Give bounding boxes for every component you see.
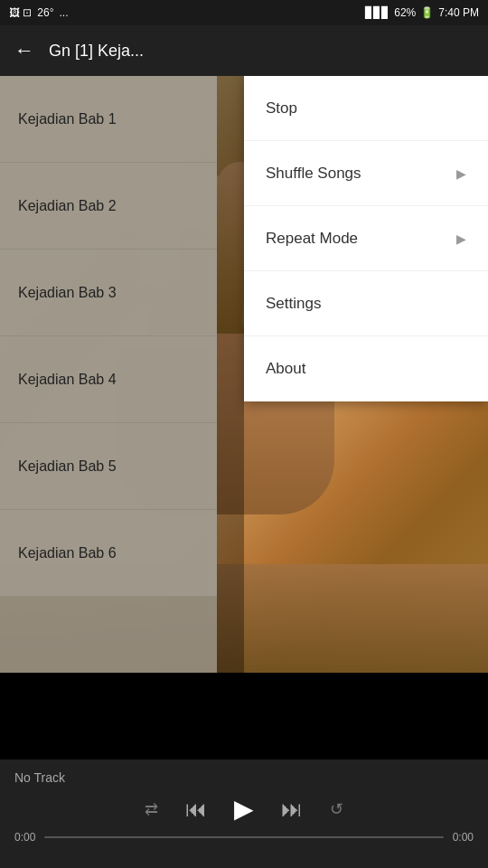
menu-about-label: About — [266, 360, 305, 378]
progress-row: 0:00 0:00 — [0, 827, 488, 844]
status-temperature: 26° — [37, 6, 53, 19]
content-area: Kejadian Bab 1 Kejadian Bab 2 Kejadian B… — [0, 76, 488, 673]
status-right: ▊▊▊ 62% 🔋 7:40 PM — [365, 6, 479, 19]
menu-item-stop[interactable]: Stop — [244, 76, 488, 141]
menu-stop-label: Stop — [266, 99, 297, 118]
menu-item-repeat[interactable]: Repeat Mode ▶ — [244, 206, 488, 271]
signal-icon: ▊▊▊ — [365, 6, 389, 19]
chevron-right-icon: ▶ — [456, 166, 466, 181]
play-button[interactable]: ▶ — [234, 794, 254, 824]
dim-overlay — [0, 76, 244, 673]
status-ellipsis: ... — [60, 6, 69, 19]
status-left: 🖼 ⊡ 26° ... — [9, 6, 69, 19]
menu-item-about[interactable]: About — [244, 336, 488, 401]
menu-repeat-label: Repeat Mode — [266, 230, 358, 248]
toolbar: ← Gn [1] Keja... — [0, 25, 488, 76]
dropdown-menu: Stop Shuffle Songs ▶ Repeat Mode ▶ Setti… — [244, 76, 488, 401]
repeat-button[interactable]: ↺ — [330, 799, 343, 819]
status-icons: 🖼 ⊡ — [9, 6, 32, 19]
page-title: Gn [1] Keja... — [49, 42, 474, 61]
menu-settings-label: Settings — [266, 295, 321, 313]
menu-item-shuffle[interactable]: Shuffle Songs ▶ — [244, 141, 488, 206]
chevron-right-icon: ▶ — [456, 231, 466, 246]
track-name: No Track — [0, 760, 488, 790]
menu-shuffle-label: Shuffle Songs — [266, 165, 361, 183]
back-button[interactable]: ← — [14, 39, 34, 62]
bottom-player: No Track ⇄ ⏮ ▶ ⏭ ↺ 0:00 0:00 — [0, 760, 488, 868]
shuffle-button[interactable]: ⇄ — [145, 799, 158, 819]
time-start: 0:00 — [14, 831, 35, 844]
next-button[interactable]: ⏭ — [281, 797, 303, 822]
prev-button[interactable]: ⏮ — [185, 797, 207, 822]
battery-text: 62% — [394, 6, 416, 19]
player-controls: ⇄ ⏮ ▶ ⏭ ↺ — [0, 790, 488, 827]
status-bar: 🖼 ⊡ 26° ... ▊▊▊ 62% 🔋 7:40 PM — [0, 0, 488, 25]
menu-item-settings[interactable]: Settings — [244, 271, 488, 336]
battery-icon: 🔋 — [420, 6, 434, 19]
time-display: 7:40 PM — [438, 6, 479, 19]
progress-bar[interactable] — [44, 836, 443, 838]
time-end: 0:00 — [453, 831, 474, 844]
